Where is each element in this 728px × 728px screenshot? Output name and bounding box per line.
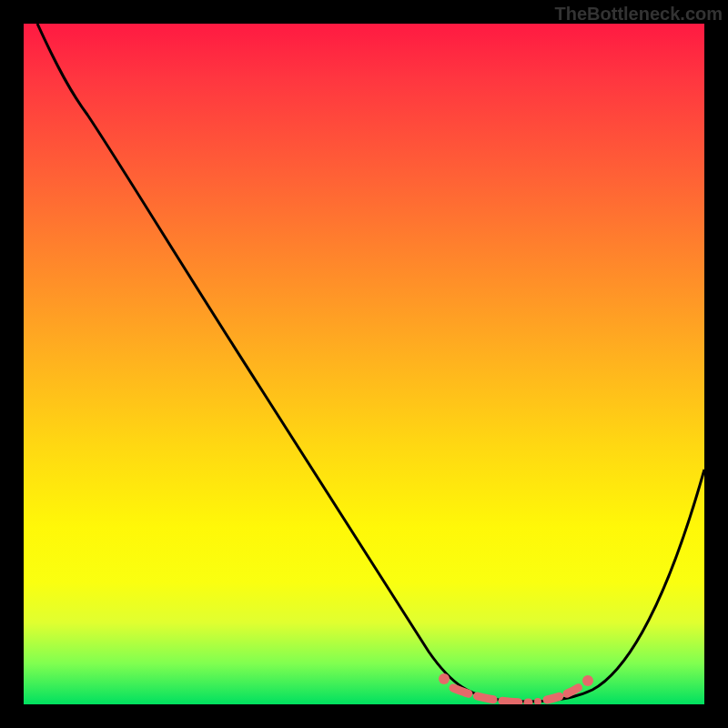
watermark-text: TheBottleneck.com	[555, 4, 723, 25]
bottleneck-curve	[37, 24, 704, 702]
chart-container: TheBottleneck.com	[0, 0, 728, 728]
svg-point-0	[439, 673, 450, 684]
marker-band	[439, 673, 593, 704]
svg-point-2	[582, 675, 593, 686]
svg-point-1	[534, 698, 541, 704]
curve-layer	[24, 24, 704, 704]
plot-area	[24, 24, 704, 704]
